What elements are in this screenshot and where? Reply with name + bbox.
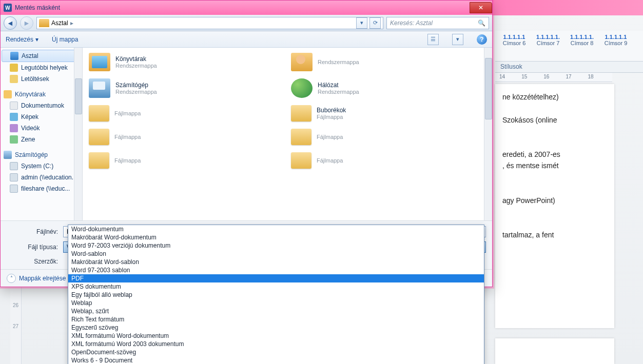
chevron-down-icon: ▾ bbox=[35, 36, 38, 43]
filetype-option[interactable]: Word 97-2003 verziójú dokumentum bbox=[68, 241, 484, 250]
search-icon: 🔍 bbox=[478, 19, 485, 27]
document-page: ne közzétételhez) Szokásos (online erede… bbox=[495, 84, 614, 328]
network-icon bbox=[291, 78, 313, 98]
filetype-option[interactable]: Word 97-2003 sablon bbox=[68, 266, 484, 274]
tree-drive-c[interactable]: System (C:) bbox=[1, 160, 82, 172]
filetype-option[interactable]: Weblap, szűrt bbox=[68, 307, 484, 315]
filetype-option[interactable]: Rich Text formátum bbox=[68, 315, 484, 323]
breadcrumb-root[interactable]: Asztal bbox=[51, 19, 68, 27]
refresh-icon: ⟳ bbox=[373, 19, 378, 26]
refresh-button[interactable]: ⟳ bbox=[369, 17, 381, 29]
ruler-mark: 14 bbox=[499, 74, 505, 80]
ruler-mark: 16 bbox=[543, 74, 549, 80]
forward-button[interactable]: ► bbox=[20, 16, 33, 30]
tree-pictures[interactable]: Képek bbox=[1, 111, 82, 123]
document-text-line bbox=[502, 217, 607, 229]
filetype-option[interactable]: XML formátumú Word 2003 dokumentum bbox=[68, 340, 484, 348]
tree-libraries[interactable]: Könyvtárak bbox=[1, 89, 82, 100]
filetype-option[interactable]: Makróbarát Word-sablon bbox=[68, 258, 484, 266]
document-text-line: agy PowerPoint) bbox=[502, 195, 607, 206]
tree-scroll-thumb[interactable] bbox=[75, 78, 82, 114]
filetype-option[interactable]: Word-sablon bbox=[68, 250, 484, 258]
tree-documents[interactable]: Dokumentumok bbox=[1, 100, 82, 111]
tree-videos[interactable]: Videók bbox=[1, 123, 82, 134]
tree-music[interactable]: Zene bbox=[1, 134, 82, 145]
file-name: Könyvtárak bbox=[115, 55, 157, 63]
file-item-folder[interactable]: Fájlmappa bbox=[88, 103, 285, 124]
tree-downloads[interactable]: Letöltések bbox=[1, 73, 82, 85]
new-folder-button[interactable]: Új mappa bbox=[52, 36, 78, 43]
filetype-option[interactable]: Egy fájlból álló weblap bbox=[68, 291, 484, 299]
tree-label: Zene bbox=[21, 136, 35, 143]
file-item-folder[interactable]: Fájlmappa bbox=[88, 150, 285, 171]
chevron-right-icon: ► bbox=[23, 19, 30, 27]
back-button[interactable]: ◄ bbox=[4, 16, 17, 30]
ruler-mark: 15 bbox=[521, 74, 527, 80]
organize-label: Rendezés bbox=[6, 36, 33, 43]
style-chip[interactable]: 1.1.1.1.1Címsor 9 bbox=[600, 34, 632, 61]
filetype-option[interactable]: Egyszerű szöveg bbox=[68, 323, 484, 332]
tree-label: Könyvtárak bbox=[15, 91, 46, 98]
file-item-folder[interactable]: Fájlmappa bbox=[290, 150, 487, 171]
desktop-icon bbox=[10, 52, 18, 60]
tree-computer[interactable]: Számítógép bbox=[1, 149, 82, 160]
tree-net-admin[interactable]: admin (\\education... bbox=[1, 172, 82, 183]
explorer-body: Asztal Legutóbbi helyek Letöltések Könyv… bbox=[1, 48, 492, 220]
filetype-option[interactable]: XPS dokumentum bbox=[68, 282, 484, 291]
hide-folders-button[interactable]: ˄ Mappák elrejtése bbox=[7, 274, 66, 283]
filetype-option[interactable]: OpenDocument-szöveg bbox=[68, 348, 484, 356]
folder-icon bbox=[291, 129, 311, 145]
file-scroll-thumb[interactable] bbox=[485, 58, 492, 119]
document-text-line: eredeti, a 2007-es bbox=[502, 149, 607, 160]
tree-scrollbar[interactable] bbox=[74, 48, 82, 220]
organize-button[interactable]: Rendezés ▾ bbox=[6, 36, 38, 43]
desktop-icon bbox=[39, 19, 49, 27]
document-text-line bbox=[502, 206, 607, 217]
file-item-libraries[interactable]: Könyvtárak Rendszermappa bbox=[88, 51, 285, 73]
hide-folders-label: Mappák elrejtése bbox=[19, 275, 66, 282]
recent-icon bbox=[10, 64, 18, 72]
tree-label: Letöltések bbox=[21, 75, 49, 83]
view-mode-dropdown[interactable]: ▾ bbox=[452, 34, 463, 45]
search-input[interactable]: Keresés: Asztal 🔍 bbox=[386, 17, 489, 29]
breadcrumb-chevron-icon[interactable]: ▸ bbox=[70, 19, 73, 27]
filetype-option[interactable]: XML formátumú Word-dokumentum bbox=[68, 332, 484, 340]
filetype-option[interactable]: Weblap bbox=[68, 299, 484, 307]
file-item-bubbles[interactable]: Buborékok Fájlmappa bbox=[290, 103, 487, 124]
filetype-option[interactable]: Works 6 - 9 Document bbox=[68, 356, 484, 364]
nav-tree[interactable]: Asztal Legutóbbi helyek Letöltések Könyv… bbox=[1, 48, 83, 220]
style-chip[interactable]: 1.1.1.1.1.Címsor 8 bbox=[566, 34, 598, 61]
drive-icon bbox=[10, 162, 18, 170]
tree-label: Videók bbox=[21, 125, 40, 132]
tree-recent[interactable]: Legutóbbi helyek bbox=[1, 62, 82, 73]
file-item-system-folder[interactable]: Rendszermappa bbox=[290, 51, 487, 73]
style-chip[interactable]: 1.1.1.1.1.Címsor 7 bbox=[532, 34, 564, 61]
file-scrollbar[interactable] bbox=[484, 48, 492, 220]
file-list[interactable]: Könyvtárak Rendszermappa Rendszermappa S… bbox=[83, 48, 492, 220]
file-item-folder[interactable]: Fájlmappa bbox=[290, 127, 487, 147]
vertical-ruler: 2627 bbox=[10, 287, 22, 364]
ruler-mark: 18 bbox=[588, 74, 594, 80]
file-item-network[interactable]: Hálózat Rendszermappa bbox=[290, 76, 487, 100]
search-placeholder: Keresés: Asztal bbox=[390, 19, 433, 27]
file-subtitle: Fájlmappa bbox=[317, 157, 343, 164]
filetype-option[interactable]: Makróbarát Word-dokumentum bbox=[68, 233, 484, 241]
tree-net-fileshare[interactable]: fileshare (\\educ... bbox=[1, 183, 82, 194]
file-item-computer[interactable]: Számítógép Rendszermappa bbox=[88, 76, 285, 100]
file-subtitle: Fájlmappa bbox=[317, 114, 346, 120]
style-chip[interactable]: 1.1.1.1.1Címsor 6 bbox=[498, 34, 530, 61]
help-button[interactable]: ? bbox=[477, 34, 487, 45]
address-dropdown-button[interactable]: ▾ bbox=[356, 17, 367, 29]
download-icon bbox=[10, 75, 18, 83]
libraries-icon bbox=[89, 53, 110, 71]
file-subtitle: Rendszermappa bbox=[318, 89, 359, 95]
filetype-option[interactable]: PDF bbox=[68, 274, 484, 282]
file-item-folder[interactable]: Fájlmappa bbox=[88, 127, 285, 147]
filetype-dropdown-list[interactable]: Word-dokumentumMakróbarát Word-dokumentu… bbox=[68, 225, 484, 364]
address-bar[interactable]: Asztal ▸ ▾ ⟳ bbox=[36, 17, 383, 29]
file-name: Hálózat bbox=[318, 82, 359, 89]
close-button[interactable]: ✕ bbox=[470, 2, 492, 13]
view-mode-button[interactable]: ☰ bbox=[427, 34, 439, 45]
filetype-option[interactable]: Word-dokumentum bbox=[68, 225, 484, 233]
tree-desktop[interactable]: Asztal bbox=[2, 50, 81, 62]
